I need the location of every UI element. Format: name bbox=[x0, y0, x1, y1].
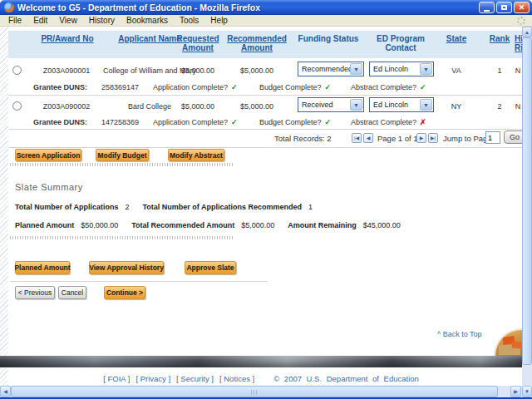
prev-page-button[interactable]: ◀ bbox=[363, 133, 373, 143]
jump-to-page-label: Jump to Page bbox=[443, 134, 492, 143]
funding-status-select[interactable]: Received ▼ bbox=[298, 97, 364, 112]
footer-link-privacy[interactable]: [ Privacy ] bbox=[135, 374, 170, 383]
scroll-down-icon[interactable]: ▼ bbox=[522, 386, 532, 397]
rank-cell: 1 bbox=[487, 66, 512, 75]
header-ed-program-contact: ED Program Contact bbox=[371, 34, 431, 52]
budget-complete: Budget Complete?✓ bbox=[259, 118, 331, 126]
grantee-duns-label: Grantee DUNS: bbox=[33, 83, 87, 91]
dotted-divider bbox=[10, 163, 233, 166]
footer-link-notices[interactable]: [ Notices ] bbox=[219, 374, 254, 383]
total-apps-label: Total Number of Applications bbox=[15, 203, 119, 211]
slate-summary-title: Slate Summary bbox=[15, 182, 83, 192]
header-pr-award-no[interactable]: PR/Award No bbox=[30, 34, 105, 43]
page-status: Page 1 of 1 bbox=[377, 134, 418, 143]
total-recommended-value: 1 bbox=[308, 203, 313, 211]
header-state[interactable]: State bbox=[441, 34, 472, 43]
minimize-button[interactable] bbox=[479, 2, 495, 13]
screen-application-button[interactable]: Screen Application bbox=[15, 149, 81, 161]
classroom-photo bbox=[494, 328, 522, 356]
recommended-amount-cell: $5,000.00 bbox=[228, 102, 286, 111]
ed-program-contact-select[interactable]: Ed Lincoln ▼ bbox=[369, 97, 434, 112]
pr-award-no-cell: Z003A090001 bbox=[28, 66, 105, 75]
row-select-radio[interactable] bbox=[12, 101, 22, 111]
rank-cell: 2 bbox=[487, 102, 512, 111]
budget-complete-label: Budget Complete? bbox=[259, 83, 322, 91]
chevron-down-icon[interactable]: ▼ bbox=[350, 99, 362, 111]
copyright-text: © 2007 U.S. Department of Education bbox=[273, 374, 419, 383]
funding-status-select[interactable]: Recommended ▼ bbox=[298, 62, 364, 76]
footer-link-security[interactable]: [ Security ] bbox=[176, 374, 214, 383]
scroll-left-icon[interactable]: ◀ bbox=[0, 386, 11, 397]
application-complete: Application Complete?✓ bbox=[153, 83, 238, 91]
previous-button[interactable]: < Previous bbox=[15, 286, 55, 299]
funding-status-value: Recommended bbox=[302, 65, 352, 73]
chevron-down-icon[interactable]: ▼ bbox=[420, 63, 432, 75]
footer: [ FOIA ] [ Privacy ] [ Security ] [ Noti… bbox=[0, 374, 522, 383]
menu-view[interactable]: View bbox=[54, 16, 82, 25]
header-requested-amount[interactable]: Requested Amount bbox=[171, 34, 224, 52]
jump-to-page-input[interactable] bbox=[485, 131, 500, 144]
check-icon: ✓ bbox=[231, 118, 238, 126]
cancel-button[interactable]: Cancel bbox=[58, 286, 86, 299]
vertical-scrollbar[interactable]: ▲ bbox=[522, 27, 532, 386]
grantee-duns-value: 258369147 bbox=[101, 83, 139, 91]
abstract-complete-label: Abstract Complete? bbox=[351, 83, 416, 91]
menu-history[interactable]: History bbox=[84, 16, 120, 25]
budget-complete-label: Budget Complete? bbox=[259, 118, 322, 126]
menu-tools[interactable]: Tools bbox=[175, 16, 204, 25]
horizontal-scrollbar[interactable]: ◀ ▶ bbox=[0, 386, 522, 397]
pr-award-no-cell: Z003A090002 bbox=[28, 102, 105, 111]
budget-complete: Budget Complete?✓ bbox=[259, 83, 331, 91]
dotted-divider bbox=[10, 236, 233, 239]
footer-link-foia[interactable]: [ FOIA ] bbox=[103, 374, 130, 383]
menu-edit[interactable]: Edit bbox=[28, 16, 52, 25]
menu-bookmarks[interactable]: Bookmarks bbox=[121, 16, 173, 25]
application-complete-label: Application Complete? bbox=[153, 118, 228, 126]
row-select-radio[interactable] bbox=[12, 66, 22, 75]
planned-amount-label: Planned Amount bbox=[15, 221, 74, 229]
amount-remaining-value: $45,000.00 bbox=[363, 221, 401, 229]
chevron-down-icon[interactable]: ▼ bbox=[420, 99, 432, 111]
continue-button[interactable]: Continue > bbox=[104, 286, 145, 299]
approve-slate-button[interactable]: Approve Slate bbox=[185, 261, 236, 274]
restore-icon bbox=[501, 5, 507, 10]
state-cell: VA bbox=[442, 66, 470, 75]
header-recommended-amount[interactable]: Recommended Amount bbox=[221, 34, 293, 52]
header-funding-status: Funding Status bbox=[289, 34, 367, 43]
footer-separator-bar bbox=[0, 356, 522, 367]
slate-summary-counts: Total Number of Applications 2 Total Num… bbox=[15, 203, 326, 211]
abstract-complete: Abstract Complete?✗ bbox=[351, 118, 426, 126]
grantee-duns-value: 147258369 bbox=[101, 118, 139, 126]
check-icon: ✓ bbox=[325, 118, 332, 126]
first-page-button[interactable]: |◀ bbox=[352, 133, 362, 143]
back-to-top-link[interactable]: ^ Back to Top bbox=[437, 330, 482, 338]
ed-program-contact-value: Ed Lincoln bbox=[373, 101, 408, 109]
scroll-right-icon[interactable]: ▶ bbox=[510, 386, 521, 397]
planned-amount-button[interactable]: Planned Amount bbox=[15, 261, 70, 274]
amount-remaining-label: Amount Remaining bbox=[288, 221, 357, 229]
horizontal-scroll-thumb[interactable] bbox=[11, 386, 498, 397]
ed-program-contact-select[interactable]: Ed Lincoln ▼ bbox=[369, 62, 434, 76]
view-approval-history-button[interactable]: View Approval History bbox=[89, 261, 164, 274]
section-divider bbox=[8, 147, 522, 148]
chevron-down-icon[interactable]: ▼ bbox=[350, 63, 362, 75]
total-recommended-amount-value: $5,000.00 bbox=[241, 221, 274, 229]
modify-abstract-button[interactable]: Modify Abstract bbox=[168, 149, 224, 161]
close-button[interactable]: ✕ bbox=[514, 2, 530, 13]
window-titlebar: Welcome to G5 - Department of Education … bbox=[0, 0, 532, 15]
abstract-complete: Abstract Complete?✓ bbox=[351, 83, 426, 91]
menu-file[interactable]: File bbox=[3, 16, 27, 25]
restore-button[interactable] bbox=[496, 2, 512, 13]
menu-help[interactable]: Help bbox=[205, 16, 233, 25]
header-rank[interactable]: Rank bbox=[485, 34, 514, 43]
vertical-scroll-thumb[interactable] bbox=[522, 37, 532, 365]
funding-status-value: Received bbox=[302, 101, 333, 109]
check-icon: ✓ bbox=[325, 83, 332, 91]
minimize-icon bbox=[484, 10, 490, 12]
application-complete-label: Application Complete? bbox=[153, 83, 228, 91]
row-divider bbox=[8, 129, 522, 130]
next-page-button[interactable]: ▶ bbox=[416, 133, 426, 143]
modify-budget-button[interactable]: Modify Budget bbox=[96, 149, 149, 161]
last-page-button[interactable]: ▶| bbox=[428, 133, 438, 143]
scroll-up-icon[interactable]: ▲ bbox=[522, 27, 532, 37]
